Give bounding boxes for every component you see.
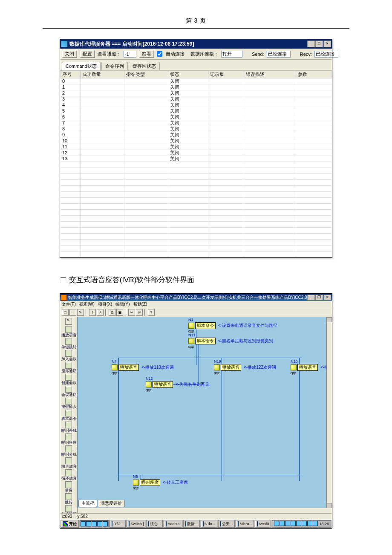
tray-icon[interactable] xyxy=(291,521,296,526)
flow-node[interactable]: N4播放语音<-播放110欢迎词0|1|2 xyxy=(112,364,174,371)
close-button[interactable]: 关闭 xyxy=(62,50,77,58)
taskbar-task[interactable]: 数据... xyxy=(183,520,200,528)
palette-item[interactable]: 脚本命令 xyxy=(61,410,76,421)
table-row[interactable]: 3关闭 xyxy=(61,96,332,102)
tab-0[interactable]: Command状态 xyxy=(62,62,101,70)
menu-item[interactable]: 帮助(Z) xyxy=(133,301,147,307)
toolbar-icon[interactable]: ? xyxy=(148,309,155,316)
table-row[interactable]: 12关闭 xyxy=(61,150,332,156)
maximize-button[interactable]: □ xyxy=(315,40,323,47)
menu-item[interactable]: 文件(F) xyxy=(62,301,76,307)
toolbar-icon[interactable]: ✎ xyxy=(77,309,84,316)
table-row[interactable]: 10关闭 xyxy=(61,138,332,144)
horizontal-scrollbar[interactable] xyxy=(78,508,332,513)
menu-item[interactable]: 编辑(Y) xyxy=(115,301,130,307)
tray-icon[interactable] xyxy=(313,521,318,526)
taskbar-task[interactable]: D:\2... xyxy=(110,520,126,528)
palette-item[interactable]: 座席通话 xyxy=(61,362,76,373)
flow-canvas[interactable]: N1脚本命令<-设置来电通话录音文件与路径0|1|2N11脚本命令<-黑名单拦截… xyxy=(78,317,327,508)
palette-item[interactable]: 循环放音 xyxy=(61,469,76,480)
table-row[interactable]: 11关闭 xyxy=(61,144,332,150)
taskbar-task[interactable]: 核心... xyxy=(146,520,163,528)
column-header[interactable]: 状态 xyxy=(168,71,208,78)
table-row[interactable]: 2关闭 xyxy=(61,90,332,96)
tray-icon[interactable] xyxy=(274,521,279,526)
view-channel-input[interactable] xyxy=(124,51,136,58)
palette-item[interactable]: ↖ xyxy=(61,318,76,325)
palette-item[interactable]: 创建会议 xyxy=(61,374,76,385)
palette-item[interactable]: 播放语音 xyxy=(61,326,76,337)
palette-item[interactable]: 会议通话 xyxy=(61,386,76,397)
taskbar-task[interactable]: 公安... xyxy=(218,520,235,528)
tray-icon[interactable] xyxy=(296,521,301,526)
menu-item[interactable]: 项目(X) xyxy=(98,301,112,307)
db-conn-value[interactable] xyxy=(221,51,242,58)
palette-item[interactable]: 加入会议 xyxy=(61,350,76,361)
toolbar-icon[interactable]: ✂ xyxy=(128,309,135,316)
start-button[interactable]: 开始 xyxy=(61,520,79,528)
tray-icon[interactable] xyxy=(307,521,312,526)
flow-node[interactable]: N12播放语音<-为黑名单则再见0|1|2 xyxy=(146,381,209,388)
tab-1[interactable]: 命令序列 xyxy=(101,62,128,70)
column-header[interactable]: 成功数量 xyxy=(81,71,124,78)
table-row[interactable]: 1关闭 xyxy=(61,84,332,90)
auto-connect-checkbox[interactable] xyxy=(157,51,162,57)
flow-node[interactable]: N5呼叫座席<-转人工座席0|1|2 xyxy=(133,479,188,486)
palette-item[interactable]: 跳转 xyxy=(61,493,76,504)
quicklaunch-icon[interactable] xyxy=(97,521,102,526)
palette-item[interactable]: 外线通话 xyxy=(61,505,76,513)
table-row[interactable]: 13关闭 xyxy=(61,156,332,162)
table-row[interactable]: 4关闭 xyxy=(61,102,332,108)
table-row[interactable]: 8关闭 xyxy=(61,126,332,132)
taskbar-task[interactable]: 6.do... xyxy=(201,520,217,528)
taskbar-task[interactable]: Aaastat xyxy=(164,520,182,528)
recv-value[interactable] xyxy=(314,51,338,58)
tab-2[interactable]: 缓存区状态 xyxy=(129,62,160,70)
table-row[interactable]: 0关闭 xyxy=(61,78,332,84)
taskbar-task[interactable]: Switch | xyxy=(127,520,145,528)
minimize-button[interactable]: _ xyxy=(307,295,315,301)
column-header[interactable]: 指令类型 xyxy=(124,71,168,78)
tray-icon[interactable] xyxy=(280,521,285,526)
close-window-button[interactable]: × xyxy=(323,295,331,301)
toolbar-icon[interactable]: / xyxy=(89,309,96,316)
vertical-scrollbar[interactable] xyxy=(326,317,332,508)
table-row[interactable]: 5关闭 xyxy=(61,108,332,114)
taskbar-task[interactable]: Micro... xyxy=(236,520,254,528)
palette-item[interactable]: 单键跳转 xyxy=(61,338,76,349)
toolbar-icon[interactable]: ↗ xyxy=(97,309,104,316)
table-row[interactable]: 6关闭 xyxy=(61,114,332,120)
palette-item[interactable]: 按键输入 xyxy=(61,398,76,409)
palette-item[interactable]: 呼叫座席 xyxy=(61,434,76,445)
palette-item[interactable]: 呼叫外线 xyxy=(61,422,76,433)
quicklaunch-icon[interactable] xyxy=(86,521,91,526)
toolbar-icon[interactable]: ⧉ xyxy=(109,309,115,316)
palette-item[interactable]: 组合放音 xyxy=(61,457,76,468)
flow-node[interactable]: N20播放语音<-播放119欢迎词0|1|2 xyxy=(291,364,327,371)
send-value[interactable] xyxy=(267,51,291,58)
flow-node[interactable]: N11脚本命令<-黑名单拦截与区别报警类别0|1|2 xyxy=(188,338,273,344)
column-header[interactable]: 参数 xyxy=(296,71,331,78)
toolbar-icon[interactable]: □ xyxy=(62,309,69,316)
canvas-tab[interactable]: 主流程 xyxy=(78,500,97,507)
view-button[interactable]: 察看 xyxy=(139,50,154,58)
table-row[interactable]: 9关闭 xyxy=(61,132,332,138)
palette-item[interactable]: 录音 xyxy=(61,481,76,492)
toolbar-icon[interactable]: ⎘ xyxy=(136,309,143,316)
flow-node[interactable]: N19播放语音<-播放122欢迎词0|1|2 xyxy=(214,364,276,371)
minimize-button[interactable]: _ xyxy=(307,40,315,47)
quicklaunch-icon[interactable] xyxy=(103,521,108,526)
column-header[interactable]: 记录集 xyxy=(208,71,244,78)
canvas-tab[interactable]: 满意度评价 xyxy=(98,500,125,507)
menu-item[interactable]: 视图(W) xyxy=(79,301,95,307)
table-row[interactable]: 7关闭 xyxy=(61,120,332,126)
config-button[interactable]: 配置 xyxy=(80,50,95,58)
restore-button[interactable]: ❐ xyxy=(315,295,323,301)
system-tray[interactable]: 16:26 xyxy=(272,520,331,528)
palette-item[interactable]: 呼叫分机 xyxy=(61,445,76,457)
tray-icon[interactable] xyxy=(285,521,290,526)
flow-node[interactable]: N1脚本命令<-设置来电通话录音文件与路径0|1|2 xyxy=(188,322,277,329)
toolbar-icon[interactable]: ▣ xyxy=(116,309,123,316)
column-header[interactable]: 序号 xyxy=(61,71,81,78)
quicklaunch-icon[interactable] xyxy=(92,521,97,526)
